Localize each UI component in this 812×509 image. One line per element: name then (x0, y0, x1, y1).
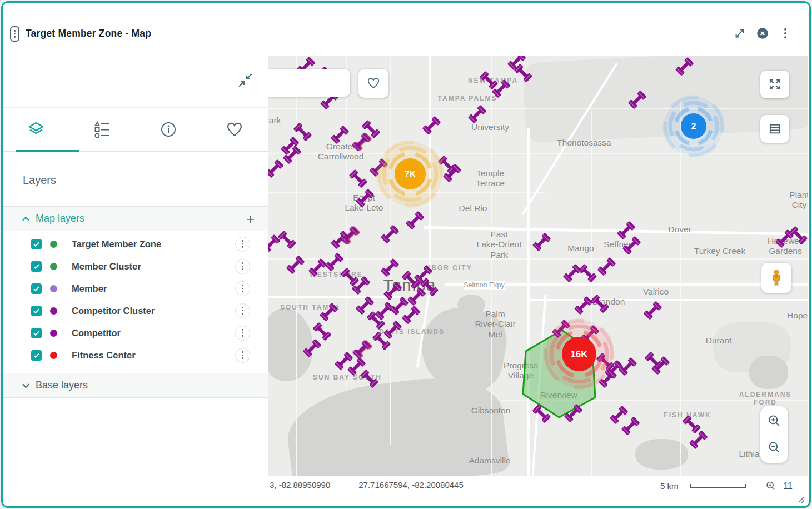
layer-visibility-checkbox[interactable] (31, 239, 42, 249)
road-line (390, 56, 391, 445)
road-gandy (257, 296, 402, 298)
competitor-marker[interactable] (462, 99, 493, 130)
layer-visibility-checkbox[interactable] (31, 350, 42, 361)
expand-icon (734, 27, 746, 39)
layer-visibility-checkbox[interactable] (31, 306, 42, 316)
scale-bar (690, 484, 746, 488)
road-sr60 (530, 299, 808, 301)
layer-options-button[interactable] (235, 303, 250, 318)
drag-handle-icon[interactable] (10, 26, 19, 42)
fullscreen-button[interactable] (760, 71, 789, 98)
map-place-label: Progress Village (504, 361, 538, 381)
layer-options-button[interactable] (235, 348, 250, 363)
divider (3, 204, 268, 204)
layer-options-button[interactable] (235, 259, 250, 274)
layers-panel-title: Layers (23, 174, 56, 187)
add-layer-button[interactable]: + (246, 212, 255, 226)
layer-list: Target Member Zone Member Cluster Member… (3, 233, 268, 366)
map-place-label: Lithia (739, 449, 759, 459)
svg-text:7K: 7K (405, 169, 416, 179)
layers-panel: Layers Map layers + Target Member Zone M… (3, 3, 268, 506)
road-line (491, 56, 492, 476)
layer-color-dot (50, 263, 57, 270)
scale-distance-label: 5 km (660, 481, 679, 491)
chevron-down-icon (22, 383, 30, 388)
layer-row: Target Member Zone (3, 233, 268, 255)
cluster-marker-2[interactable]: 2 (662, 94, 725, 160)
base-layers-label: Base layers (36, 380, 88, 391)
cluster-marker-16k[interactable]: 16K (543, 318, 615, 392)
tab-favorites[interactable] (202, 108, 268, 151)
kebab-menu-icon (780, 27, 791, 39)
tab-info[interactable] (136, 108, 202, 151)
layer-label: Competitor Cluster (72, 306, 155, 316)
window-menu-button[interactable] (778, 26, 793, 41)
competitor-marker[interactable] (527, 227, 557, 258)
data-table-button[interactable] (760, 115, 789, 143)
map-place-label: East Lake-Orient Park (477, 229, 522, 260)
map-place-label: TAMPA PALMS (438, 94, 497, 102)
road-line (502, 400, 808, 401)
extent-coord-left: 3, -82.88950990 (270, 480, 330, 490)
cluster-marker-7k[interactable]: 7K (376, 139, 445, 211)
extent-coord-right: 27.71667594, -82.20080445 (358, 480, 464, 490)
collapse-panel-button[interactable] (237, 72, 255, 89)
favorite-button[interactable] (358, 69, 388, 98)
window-title: Target Member Zone - Map (26, 28, 151, 39)
pegman-button[interactable] (761, 263, 791, 293)
map-window: NEW TAMPATAMPA PALMSUniversityThonotosas… (1, 1, 811, 508)
layer-visibility-checkbox[interactable] (31, 283, 42, 294)
panel-tabs (3, 107, 268, 152)
water-shape (749, 356, 788, 389)
pegman-icon (768, 268, 785, 287)
layer-row: Member Cluster (3, 255, 268, 277)
road-line (257, 108, 808, 109)
map-layers-section-header[interactable]: Map layers + (3, 206, 268, 231)
layer-row: Competitor (3, 322, 268, 344)
map-place-label: Hopewell (787, 311, 808, 321)
zoom-out-icon (766, 440, 782, 456)
data-table-icon (768, 122, 782, 136)
layer-options-button[interactable] (235, 326, 250, 341)
zoom-out-button[interactable] (762, 436, 786, 460)
competitor-marker[interactable] (417, 111, 447, 141)
layer-options-button[interactable] (235, 237, 250, 252)
svg-text:16K: 16K (570, 349, 588, 360)
heart-icon (366, 76, 381, 91)
layer-visibility-checkbox[interactable] (31, 261, 42, 272)
map-layers-label: Map layers (36, 213, 84, 224)
window-title-bar: Target Member Zone - Map (3, 3, 809, 56)
svg-text:2: 2 (691, 122, 696, 131)
map-canvas[interactable]: NEW TAMPATAMPA PALMSUniversityThonotosas… (257, 56, 808, 476)
checkmark-icon (33, 307, 40, 315)
layer-row: Competitor Cluster (3, 300, 268, 322)
competitor-marker[interactable] (525, 399, 556, 430)
map-search-box[interactable] (257, 69, 350, 97)
coords-separator: — (340, 480, 348, 490)
layer-label: Target Member Zone (72, 239, 161, 249)
map-extent-coordinates: 3, -82.88950990—27.71667594, -82.2008044… (270, 480, 464, 490)
resize-handle[interactable] (798, 496, 805, 503)
zoom-in-icon (766, 413, 782, 429)
scale-zoom-icon (765, 480, 777, 492)
close-window-button[interactable] (755, 26, 770, 41)
zoom-in-button[interactable] (762, 409, 786, 433)
layer-label: Member (72, 283, 107, 294)
highway-i75 (527, 128, 530, 476)
expand-window-button[interactable] (733, 26, 747, 41)
map-status-bar: 3, -82.88950990—27.71667594, -82.2008044… (257, 476, 808, 496)
map-place-label: ALDERMANS FORD (739, 391, 792, 406)
competitor-marker[interactable] (559, 398, 589, 429)
base-layers-section-header[interactable]: Base layers (3, 373, 268, 398)
layer-visibility-checkbox[interactable] (31, 328, 42, 338)
info-icon (160, 121, 177, 138)
collapse-icon (237, 72, 254, 89)
competitor-marker[interactable] (375, 219, 406, 250)
chevron-up-icon (22, 216, 30, 222)
favorites-heart-icon (226, 121, 243, 138)
layer-color-dot (50, 330, 57, 337)
tab-layers[interactable] (3, 108, 69, 151)
tab-legend[interactable] (69, 108, 135, 151)
checkmark-icon (33, 352, 40, 359)
layer-options-button[interactable] (235, 281, 250, 296)
